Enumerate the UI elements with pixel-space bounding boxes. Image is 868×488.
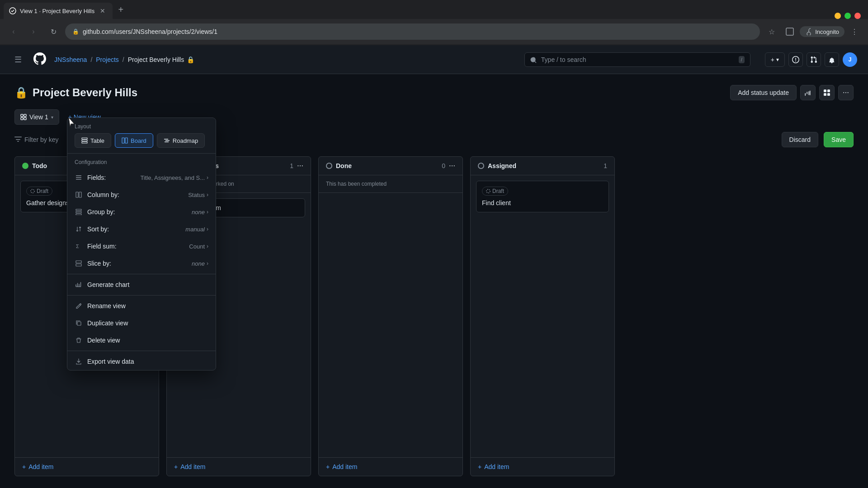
grid-layout-button[interactable]	[819, 85, 835, 100]
breadcrumb-current: Project Beverly Hills 🔒	[128, 56, 194, 63]
field-sum-icon: Σ	[75, 242, 83, 250]
add-item-label: Add item	[28, 463, 53, 470]
duplicate-view-button[interactable]: Duplicate view	[67, 314, 216, 332]
svg-text:Σ: Σ	[76, 244, 79, 249]
profiles-button[interactable]	[782, 23, 798, 40]
export-view-data-icon	[75, 357, 83, 366]
group-by-menu-item[interactable]: Group by: none ›	[67, 203, 216, 221]
duplicate-view-icon	[75, 319, 83, 327]
assigned-column-count: 1	[604, 162, 607, 169]
sort-by-menu-item[interactable]: Sort by: manual ›	[67, 221, 216, 238]
done-menu-button[interactable]: ⋯	[449, 162, 455, 169]
board-layout-button[interactable]: Board	[115, 133, 153, 148]
notifications-button[interactable]	[825, 52, 839, 67]
badge-label: Draft	[37, 188, 48, 194]
slice-by-menu-item[interactable]: Slice by: none ›	[67, 255, 216, 272]
column-by-menu-item[interactable]: Column by: Status ›	[67, 186, 216, 203]
table-layout-button[interactable]: Table	[75, 133, 111, 148]
new-tab-button[interactable]: +	[114, 3, 127, 16]
svg-rect-1	[786, 28, 793, 35]
breadcrumb-projects-link[interactable]: Projects	[96, 56, 119, 63]
search-input[interactable]: Type / to search /	[524, 52, 750, 67]
svg-rect-26	[76, 264, 81, 266]
svg-rect-18	[76, 179, 81, 180]
in-progress-menu-button[interactable]: ⋯	[297, 162, 303, 169]
column-by-icon	[75, 191, 83, 199]
in-progress-add-item-button[interactable]: + Add item	[167, 457, 311, 476]
menu-divider-3	[67, 351, 216, 351]
done-add-item-button[interactable]: + Add item	[319, 457, 462, 476]
slice-by-value: none	[192, 260, 205, 267]
browser-nav: ‹ › ↻ 🔒 github.com/users/JNSsheena/proje…	[0, 19, 868, 44]
done-column-count: 0	[442, 162, 445, 169]
field-sum-chevron-icon: ›	[207, 243, 208, 249]
new-item-button[interactable]: + ▾	[765, 52, 785, 67]
svg-rect-4	[21, 117, 23, 120]
tab-favicon	[9, 7, 16, 14]
browser-more-button[interactable]: ⋮	[846, 23, 863, 40]
more-options-button[interactable]: ⋯	[838, 85, 854, 100]
done-column-desc: This has been completed	[319, 175, 462, 193]
svg-point-7	[486, 189, 490, 193]
bookmark-button[interactable]: ☆	[764, 23, 780, 40]
minimize-button[interactable]	[835, 13, 841, 19]
export-view-data-button[interactable]: Export view data	[67, 353, 216, 370]
user-avatar[interactable]: J	[843, 52, 857, 67]
roadmap-layout-button[interactable]: Roadmap	[157, 133, 205, 148]
svg-rect-25	[76, 261, 81, 263]
close-window-button[interactable]	[854, 13, 861, 19]
menu-divider-1	[67, 274, 216, 274]
column-by-value: Status	[188, 192, 205, 198]
rename-view-button[interactable]: Rename view	[67, 297, 216, 314]
breadcrumb-project-name: Project Beverly Hills	[128, 56, 184, 63]
assigned-add-item-button[interactable]: + Add item	[471, 457, 614, 476]
tab-close-button[interactable]: ✕	[98, 6, 107, 15]
card-draft-badge: Draft	[482, 187, 508, 196]
board-layout-label: Board	[131, 137, 146, 144]
column-by-chevron-icon: ›	[207, 192, 208, 198]
github-logo[interactable]	[33, 52, 47, 67]
breadcrumb-user-link[interactable]: JNSsheena	[54, 56, 87, 63]
maximize-button[interactable]	[844, 13, 851, 19]
table-row[interactable]: Draft Find client	[476, 181, 609, 212]
chart-button[interactable]	[800, 85, 816, 100]
nav-refresh-button[interactable]: ↻	[45, 23, 61, 40]
save-button[interactable]: Save	[824, 132, 854, 147]
todo-add-item-button[interactable]: + Add item	[15, 457, 159, 476]
generate-chart-icon	[75, 281, 83, 289]
breadcrumb-sep2: /	[123, 56, 124, 63]
address-bar[interactable]: 🔒 github.com/users/JNSsheena/projects/2/…	[65, 23, 760, 40]
svg-rect-11	[122, 138, 124, 143]
browser-tabs: View 1 · Project Beverly Hills ✕ +	[0, 0, 868, 19]
svg-point-6	[31, 189, 34, 193]
delete-view-button[interactable]: Delete view	[67, 332, 216, 349]
view-dropdown-menu: Layout Table Board Roadmap Configuration	[67, 117, 216, 371]
done-column-items	[319, 193, 462, 457]
filter-toggle-button[interactable]: Filter by key	[14, 136, 58, 143]
add-item-label: Add item	[332, 463, 357, 470]
svg-rect-3	[24, 114, 26, 117]
rename-view-icon	[75, 302, 83, 310]
layout-section-label: Layout	[67, 118, 216, 133]
pull-requests-button[interactable]	[807, 52, 821, 67]
config-section-label: Configuration	[67, 153, 216, 169]
fields-menu-item[interactable]: Fields: Title, Assignees, and S... ›	[67, 169, 216, 186]
column-by-label: Column by:	[87, 191, 119, 198]
incognito-badge[interactable]: Incognito	[800, 26, 844, 37]
duplicate-view-label: Duplicate view	[87, 319, 128, 327]
nav-forward-button[interactable]: ›	[25, 23, 42, 40]
group-by-chevron-icon: ›	[207, 209, 208, 215]
issues-button[interactable]	[788, 52, 803, 67]
generate-chart-button[interactable]: Generate chart	[67, 276, 216, 293]
field-sum-menu-item[interactable]: Σ Field sum: Count ›	[67, 238, 216, 255]
todo-status-dot	[22, 163, 28, 169]
add-item-label: Add item	[180, 463, 205, 470]
view-1-tab[interactable]: View 1 ▾	[14, 109, 59, 125]
assigned-column-title: Assigned	[488, 162, 600, 169]
add-status-update-button[interactable]: Add status update	[730, 85, 797, 100]
nav-back-button[interactable]: ‹	[5, 23, 22, 40]
discard-button[interactable]: Discard	[782, 132, 818, 147]
svg-rect-12	[125, 138, 127, 143]
menu-toggle-button[interactable]: ☰	[11, 52, 25, 67]
active-tab[interactable]: View 1 · Project Beverly Hills ✕	[4, 3, 113, 19]
